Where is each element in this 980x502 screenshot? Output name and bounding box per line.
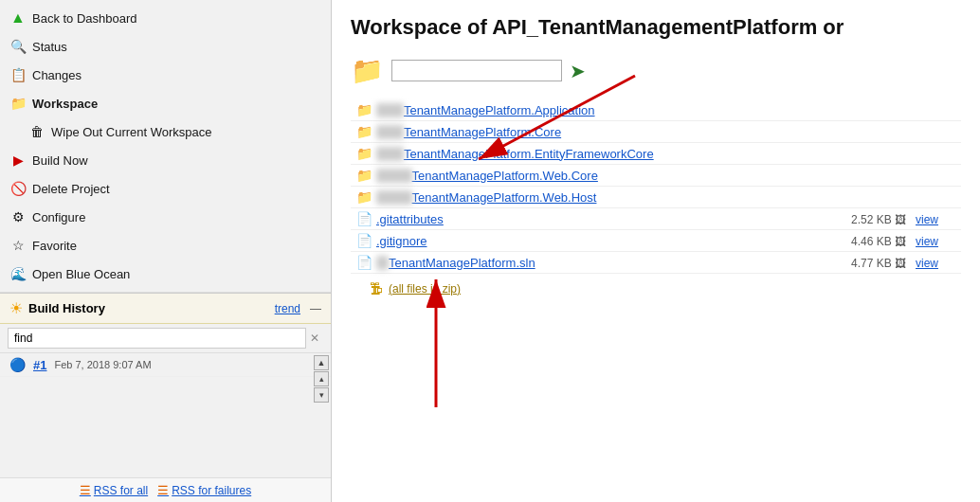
file-size-cell	[813, 187, 910, 208]
build-number-link[interactable]: #1	[33, 358, 46, 372]
build-history-header: ☀ Build History trend —	[0, 294, 331, 324]
blurred-prefix: HK	[376, 147, 404, 161]
rss-failures-link[interactable]: ☰ RSS for failures	[157, 483, 251, 497]
build-nav-top[interactable]: ▲	[314, 355, 329, 370]
file-size-cell: 4.46 KB 🖼	[813, 230, 910, 252]
file-size: 4.46 KB 🖼	[851, 235, 906, 248]
folder-link[interactable]: HKB TenantManagePlatform.Web.Host	[376, 190, 596, 205]
file-name-cell: 📁HKB TenantManagePlatform.Web.Host	[351, 187, 813, 208]
build-nav-buttons: ▲ ▴ ▾	[314, 353, 329, 403]
go-button[interactable]: ➤	[570, 60, 586, 82]
folder-link[interactable]: HKB TenantManagePlatform.Web.Core	[376, 169, 598, 183]
file-view-cell	[910, 187, 961, 208]
sidebar-item-label: Build Now	[32, 153, 88, 168]
file-size-cell: 4.77 KB 🖼	[813, 252, 910, 274]
configure-icon: ⚙	[9, 208, 27, 225]
sidebar-item-label: Open Blue Ocean	[32, 267, 130, 281]
folder-link[interactable]: HK TenantManagePlatform.Core	[376, 125, 561, 139]
sidebar-item-back-to-dashboard[interactable]: ▲Back to Dashboard	[0, 4, 331, 32]
file-view-link[interactable]: view	[916, 235, 938, 248]
sidebar-item-workspace[interactable]: 📁Workspace	[0, 89, 331, 117]
table-row: 📁HKB TenantManagePlatform.Web.Host	[351, 187, 961, 208]
delete-icon: 🚫	[9, 180, 27, 197]
rss-failures-label: RSS for failures	[172, 484, 251, 497]
path-input[interactable]	[391, 60, 562, 81]
blue-ocean-icon: 🌊	[9, 265, 27, 282]
file-view-cell	[910, 99, 961, 121]
sidebar-item-delete-project[interactable]: 🚫Delete Project	[0, 174, 331, 203]
sidebar-item-favorite[interactable]: ☆Favorite	[0, 231, 331, 260]
blurred-prefix: H	[376, 256, 389, 270]
file-size: 4.77 KB 🖼	[851, 257, 906, 270]
sidebar-item-changes[interactable]: 📋Changes	[0, 61, 331, 89]
changes-icon: 📋	[9, 66, 27, 83]
sidebar-item-label: Status	[32, 40, 67, 54]
blurred-prefix: HKB	[376, 169, 412, 183]
workspace-icon: 📁	[9, 95, 27, 112]
folder-icon: 📁	[356, 189, 372, 205]
rss-all-link[interactable]: ☰ RSS for all	[80, 483, 148, 497]
sidebar-item-label: Configure	[32, 210, 85, 224]
file-size-cell	[813, 121, 910, 143]
table-row: 📄.gitattributes 2.52 KB 🖼 view	[351, 208, 961, 230]
file-link[interactable]: .gitattributes	[376, 212, 444, 226]
table-row: 📁HK TenantManagePlatform.Core	[351, 121, 961, 143]
rss-failures-icon: ☰	[157, 483, 169, 497]
file-view-link[interactable]: view	[916, 257, 938, 270]
workspace-toolbar: 📁 ➤	[351, 55, 961, 86]
build-status-icon: 🔵	[9, 357, 26, 372]
build-entries-list: 🔵 #1 Feb 7, 2018 9:07 AM	[0, 353, 331, 377]
file-view-link[interactable]: view	[916, 213, 938, 226]
file-size-cell	[813, 143, 910, 165]
build-history-icon: ☀	[9, 299, 23, 317]
build-entry: 🔵 #1 Feb 7, 2018 9:07 AM	[0, 353, 331, 377]
folder-link[interactable]: HK TenantManagePlatform.EntityFrameworkC…	[376, 147, 654, 161]
file-name-cell: 📄H TenantManagePlatform.sln	[351, 252, 813, 274]
favorite-icon: ☆	[9, 237, 27, 254]
sidebar-item-wipe-workspace[interactable]: 🗑Wipe Out Current Workspace	[0, 117, 331, 146]
rss-all-label: RSS for all	[94, 484, 148, 497]
sidebar-item-label: Back to Dashboard	[32, 11, 137, 26]
sidebar-item-status[interactable]: 🔍Status	[0, 32, 331, 61]
file-link[interactable]: .gitignore	[376, 234, 426, 248]
file-view-cell: view	[910, 230, 961, 252]
file-name-cell: 📄.gitignore	[351, 230, 813, 252]
file-name-cell: 📁HK TenantManagePlatform.Application	[351, 99, 813, 121]
build-search-clear[interactable]: ✕	[306, 332, 323, 345]
file-table-body: 📁HK TenantManagePlatform.Application 📁HK…	[351, 99, 961, 274]
table-row: 📁HK TenantManagePlatform.Application	[351, 99, 961, 121]
sidebar-item-label: Wipe Out Current Workspace	[51, 125, 212, 139]
file-size-cell: 2.52 KB 🖼	[813, 208, 910, 230]
sidebar-nav: ▲Back to Dashboard🔍Status📋Changes📁Worksp…	[0, 0, 331, 293]
file-view-cell: view	[910, 252, 961, 274]
file-name-cell: 📁HKB TenantManagePlatform.Web.Core	[351, 165, 813, 187]
folder-icon: 📁	[356, 146, 372, 161]
blurred-prefix: HKB	[376, 190, 412, 205]
file-icon: 📄	[356, 211, 372, 226]
file-name-cell: 📁HK TenantManagePlatform.EntityFramework…	[351, 143, 813, 165]
folder-link[interactable]: HK TenantManagePlatform.Application	[376, 103, 595, 117]
blurred-prefix: HK	[376, 125, 404, 139]
zip-icon: 🗜	[370, 281, 383, 296]
zip-download-row: 🗜 (all files in zip)	[351, 281, 961, 296]
sidebar-item-build-now[interactable]: ▶Build Now	[0, 146, 331, 174]
file-view-cell	[910, 165, 961, 187]
file-icon: 📄	[356, 233, 372, 248]
sidebar-item-configure[interactable]: ⚙Configure	[0, 203, 331, 231]
file-size-cell	[813, 99, 910, 121]
build-nav-down[interactable]: ▾	[314, 387, 329, 403]
back-icon: ▲	[9, 9, 27, 27]
file-view-cell: view	[910, 208, 961, 230]
sidebar-item-open-blue-ocean[interactable]: 🌊Open Blue Ocean	[0, 260, 331, 288]
file-link[interactable]: H TenantManagePlatform.sln	[376, 256, 535, 270]
build-nav-up[interactable]: ▴	[314, 371, 329, 386]
sidebar-item-label: Changes	[32, 68, 82, 82]
zip-link[interactable]: (all files in zip)	[389, 282, 461, 296]
file-name-cell: 📁HK TenantManagePlatform.Core	[351, 121, 813, 143]
wipe-icon: 🗑	[28, 123, 45, 140]
build-list-area: ▲ ▴ ▾ 🔵 #1 Feb 7, 2018 9:07 AM	[0, 353, 331, 477]
build-rss-row: ☰ RSS for all ☰ RSS for failures	[0, 477, 331, 502]
build-search-input[interactable]	[8, 328, 306, 349]
sidebar: ▲Back to Dashboard🔍Status📋Changes📁Worksp…	[0, 0, 332, 502]
trend-link[interactable]: trend	[275, 302, 300, 315]
